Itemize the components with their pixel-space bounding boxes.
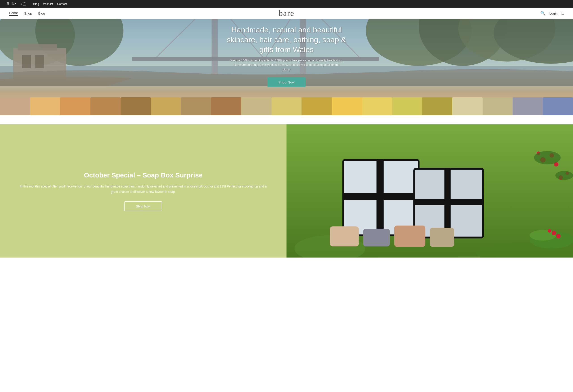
nav-right: 🔍 Login □	[540, 11, 564, 16]
svg-point-44	[556, 234, 561, 238]
shop-now-button[interactable]: Shop Now	[268, 77, 305, 87]
special-right-panel	[286, 125, 573, 258]
svg-point-43	[548, 229, 551, 233]
hero-subtitle: We use 100% natural ingredients, 100% pl…	[231, 58, 342, 72]
svg-point-42	[552, 231, 556, 235]
svg-rect-38	[394, 226, 425, 247]
svg-point-41	[530, 230, 556, 241]
special-left-panel: October Special – Soap Box Surprise In t…	[0, 125, 286, 258]
top-bar-nav: Blog Wishlist Contact	[33, 2, 67, 6]
svg-rect-37	[363, 229, 390, 246]
social-links: f ✕ ◯	[7, 2, 26, 6]
svg-point-26	[534, 151, 561, 164]
nav-home-link[interactable]: Home	[9, 11, 18, 16]
top-bar: f ✕ ◯ Blog Wishlist Contact	[0, 0, 573, 8]
main-nav: Home Shop Blog bare 🔍 Login □	[0, 8, 573, 19]
top-bar-wishlist-link[interactable]: Wishlist	[43, 2, 53, 6]
svg-rect-32	[376, 160, 384, 235]
divider-section	[0, 115, 573, 125]
nav-blog-link[interactable]: Blog	[38, 11, 45, 15]
top-bar-blog-link[interactable]: Blog	[33, 2, 39, 6]
svg-rect-36	[330, 226, 359, 246]
cart-icon[interactable]: □	[562, 11, 564, 16]
hero-section: Handmade, natural and beautiful skincare…	[0, 19, 573, 115]
special-title: October Special – Soap Box Surprise	[84, 171, 203, 179]
brand-logo[interactable]: bare	[279, 8, 294, 18]
svg-point-29	[555, 171, 573, 180]
special-cta-button[interactable]: Shop Now	[125, 201, 162, 211]
hero-title: Handmade, natural and beautiful skincare…	[219, 25, 354, 54]
special-offer-section: October Special – Soap Box Surprise In t…	[0, 125, 573, 258]
svg-rect-39	[430, 228, 454, 247]
top-bar-contact-link[interactable]: Contact	[57, 2, 67, 6]
twitter-icon[interactable]: ✕	[12, 2, 17, 6]
nav-links-left: Home Shop Blog	[9, 11, 45, 16]
instagram-icon[interactable]: ◯	[20, 2, 26, 6]
svg-rect-35	[444, 169, 450, 237]
search-icon[interactable]: 🔍	[540, 11, 545, 16]
gift-scene-svg	[286, 125, 573, 258]
nav-shop-link[interactable]: Shop	[24, 11, 32, 15]
hero-content: Handmade, natural and beautiful skincare…	[0, 19, 573, 115]
login-link[interactable]: Login	[549, 11, 557, 15]
divider	[115, 122, 458, 122]
facebook-icon[interactable]: f	[7, 2, 9, 6]
special-description: In this month's special offer you'll rec…	[18, 184, 269, 195]
